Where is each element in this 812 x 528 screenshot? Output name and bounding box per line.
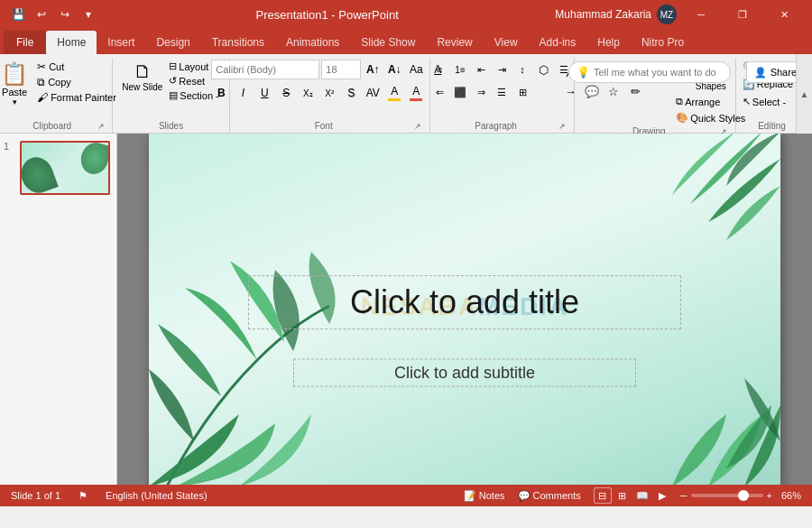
font-name-input[interactable] — [211, 60, 319, 79]
increase-font-size-button[interactable]: A↑ — [363, 60, 383, 79]
tab-home[interactable]: Home — [46, 31, 97, 54]
accessibility-check[interactable]: ⚑ — [75, 489, 91, 503]
app-title: Presentation1 - PowerPoint — [99, 8, 555, 22]
shape-callout[interactable]: 💬 — [582, 81, 602, 101]
tab-transitions[interactable]: Transitions — [201, 31, 275, 54]
zoom-thumb[interactable] — [738, 490, 749, 501]
language-text: English (United States) — [106, 490, 208, 501]
text-spacing-button[interactable]: AV — [363, 83, 383, 103]
zoom-in-icon[interactable]: + — [767, 490, 772, 501]
clipboard-bottom: Clipboard ↗ — [9, 120, 106, 133]
subscript-button[interactable]: X₂ — [298, 83, 318, 103]
title-bar: 💾 ↩ ↪ ▾ Presentation1 - PowerPoint Muham… — [0, 0, 812, 29]
bullet-list-button[interactable]: ≡ — [429, 60, 449, 79]
customize-quick-btn[interactable]: ▾ — [78, 4, 99, 25]
font-row1: A↑ A↓ Aa A — [211, 60, 448, 79]
text-shadow-button[interactable]: S — [341, 83, 361, 103]
paragraph-group: ≡ 1≡ ⇤ ⇥ ↕ ⬡ ☰ ⇐ ⬛ ⇒ ☰ ⊞ Paragraph ↗ — [430, 58, 575, 133]
bold-button[interactable]: B — [211, 83, 231, 103]
para-row2: ⇐ ⬛ ⇒ ☰ ⊞ — [429, 82, 574, 102]
columns-button[interactable]: ⊞ — [512, 82, 532, 102]
undo-quick-btn[interactable]: ↩ — [31, 4, 52, 25]
shape-freeform[interactable]: ✏ — [625, 81, 645, 101]
close-button[interactable]: ✕ — [763, 0, 805, 29]
copy-button[interactable]: ⧉ Copy — [34, 75, 119, 89]
paste-dropdown-arrow[interactable]: ▾ — [13, 97, 17, 107]
reading-view-button[interactable]: 📖 — [633, 487, 651, 504]
smart-art-button[interactable]: ⬡ — [533, 60, 553, 79]
notes-icon: 📝 — [464, 490, 476, 502]
normal-view-button[interactable]: ⊟ — [594, 487, 612, 504]
collapse-ribbon-button[interactable]: ▲ — [796, 54, 812, 134]
font-expand[interactable]: ↗ — [411, 120, 423, 133]
strikethrough-button[interactable]: S — [276, 83, 296, 103]
tab-addins[interactable]: Add-ins — [529, 31, 587, 54]
font-row2: B I U S X₂ X² S AV A A — [211, 83, 448, 103]
tab-review[interactable]: Review — [426, 31, 483, 54]
format-painter-button[interactable]: 🖌 Format Painter — [34, 90, 119, 105]
notes-button[interactable]: 📝 Notes — [460, 489, 509, 503]
comments-button[interactable]: 💬 Comments — [514, 489, 585, 503]
format-painter-icon: 🖌 — [37, 91, 48, 104]
restore-button[interactable]: ❒ — [722, 0, 763, 29]
ribbon-tabs: File Home Insert Design Transitions Anim… — [0, 29, 812, 54]
slide-title-placeholder[interactable]: Click to add title — [248, 275, 681, 329]
tell-me-input[interactable] — [594, 67, 723, 78]
tab-view[interactable]: View — [484, 31, 529, 54]
align-right-button[interactable]: ⇒ — [471, 82, 491, 102]
quick-styles-icon: 🎨 — [676, 112, 688, 124]
presentation-slide[interactable]: NESABAMEDIA — [149, 134, 780, 485]
language-button[interactable]: English (United States) — [102, 489, 211, 502]
text-direction-button[interactable]: ↕ — [512, 60, 532, 79]
zoom-level[interactable]: 66% — [778, 489, 805, 502]
tab-file[interactable]: File — [4, 31, 46, 54]
status-bar-left: Slide 1 of 1 ⚑ English (United States) — [7, 489, 211, 503]
slide-subtitle-placeholder[interactable]: Click to add subtitle — [293, 359, 636, 387]
text-highlight-button[interactable]: A — [384, 83, 404, 103]
shapes-row2: → 💬 ☆ ✏ — [560, 81, 667, 101]
decrease-indent-button[interactable]: ⇤ — [471, 60, 491, 79]
slide-sorter-button[interactable]: ⊞ — [614, 487, 632, 504]
new-slide-button[interactable]: 🗋 New Slide — [120, 60, 164, 94]
layout-icon: ⊟ — [169, 60, 177, 72]
tab-design[interactable]: Design — [145, 31, 200, 54]
paste-label: Paste — [2, 87, 27, 97]
tab-slideshow[interactable]: Slide Show — [350, 31, 426, 54]
justify-button[interactable]: ☰ — [492, 82, 512, 102]
reset-icon: ↺ — [169, 75, 177, 87]
comments-label: Comments — [533, 490, 581, 501]
select-label: Select - — [752, 97, 786, 107]
paste-button[interactable]: 📋 Paste ▾ — [0, 60, 32, 108]
zoom-track[interactable] — [691, 494, 763, 497]
shape-arrow[interactable]: → — [560, 81, 580, 101]
status-bar-right: 📝 Notes 💬 Comments ⊟ ⊞ 📖 ▶ ─ + 66% — [460, 487, 805, 504]
cut-button[interactable]: ✂ Cut — [34, 60, 119, 74]
tab-help[interactable]: Help — [586, 31, 631, 54]
save-quick-btn[interactable]: 💾 — [7, 4, 29, 25]
redo-quick-btn[interactable]: ↪ — [54, 4, 76, 25]
font-color-button[interactable]: A — [406, 83, 426, 103]
increase-indent-button[interactable]: ⇥ — [492, 60, 512, 79]
slideshow-button[interactable]: ▶ — [653, 487, 671, 504]
numbered-list-button[interactable]: 1≡ — [450, 60, 470, 79]
superscript-button[interactable]: X² — [319, 83, 339, 103]
user-avatar: MZ — [657, 5, 677, 24]
italic-button[interactable]: I — [233, 83, 253, 103]
decrease-font-size-button[interactable]: A↓ — [384, 60, 404, 79]
align-left-button[interactable]: ⇐ — [429, 82, 449, 102]
para-row1: ≡ 1≡ ⇤ ⇥ ↕ ⬡ ☰ — [429, 60, 574, 79]
change-case-button[interactable]: Aa — [406, 60, 426, 79]
clipboard-expand[interactable]: ↗ — [95, 120, 106, 133]
status-bar: Slide 1 of 1 ⚑ English (United States) 📝… — [0, 485, 812, 506]
slide-thumbnail[interactable] — [20, 141, 110, 195]
align-center-button[interactable]: ⬛ — [450, 82, 470, 102]
minimize-button[interactable]: ─ — [680, 0, 722, 29]
shape-star[interactable]: ☆ — [604, 81, 623, 101]
underline-button[interactable]: U — [254, 83, 274, 103]
tab-nitro[interactable]: Nitro Pro — [631, 31, 695, 54]
font-size-input[interactable] — [321, 60, 361, 79]
tab-insert[interactable]: Insert — [97, 31, 145, 54]
copy-label: Copy — [48, 77, 71, 88]
tab-animations[interactable]: Animations — [275, 31, 350, 54]
zoom-out-icon[interactable]: ─ — [680, 490, 687, 501]
